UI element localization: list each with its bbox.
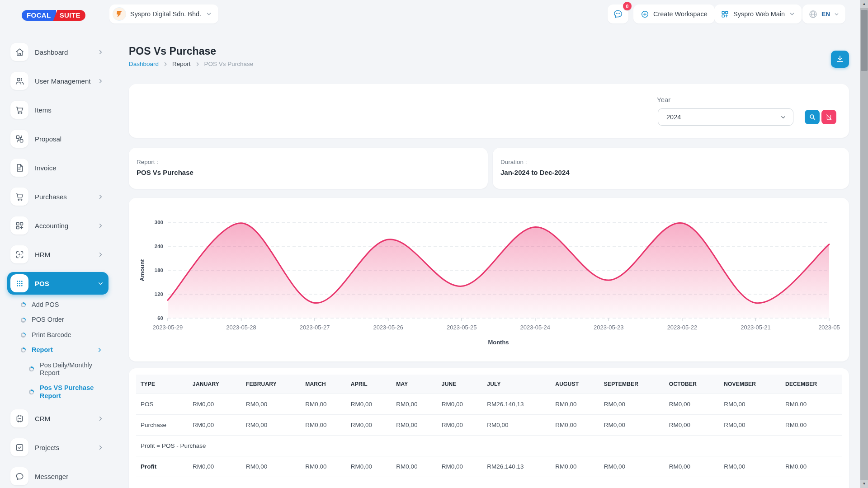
- report-label: Report :: [137, 159, 158, 165]
- sidebar-item-items[interactable]: Items: [7, 99, 108, 121]
- sidebar-item-messenger[interactable]: Messenger: [7, 465, 108, 488]
- table-column-header: OCTOBER: [665, 375, 719, 394]
- scrollbar-thumb[interactable]: [861, 10, 868, 71]
- amount-cell: RM0,00: [665, 394, 719, 415]
- swap-boxes-icon: [10, 130, 28, 148]
- amount-cell: RM0,00: [188, 415, 241, 436]
- chevron-right-icon: [97, 222, 104, 229]
- chevron-down-icon: [780, 114, 787, 121]
- breadcrumb-current: POS Vs Purchase: [204, 61, 254, 67]
- chat-icon: [613, 9, 623, 19]
- sidebar-item-label: Purchases: [35, 193, 97, 201]
- year-select[interactable]: 2024: [658, 108, 793, 126]
- table-column-header: JUNE: [437, 375, 483, 394]
- language-selector[interactable]: EN: [802, 5, 845, 23]
- logo-focal: FOCAL: [22, 10, 56, 21]
- sidebar-item-hrm[interactable]: HRM: [7, 243, 108, 266]
- scroll-up-button[interactable]: ▲: [860, 0, 868, 8]
- sidebar-item-label: Invoice: [35, 164, 104, 172]
- sidebar-item-label: Items: [35, 106, 104, 114]
- sidebar-subitem-pos-vs-purchase-report[interactable]: Pos VS Purchase Report: [29, 384, 103, 400]
- sidebar-item-user-management[interactable]: User Management: [7, 70, 108, 92]
- vertical-scrollbar[interactable]: ▲ ▼: [860, 0, 868, 488]
- page-title: POS Vs Purchase: [129, 45, 216, 57]
- download-icon: [835, 55, 844, 64]
- chevron-down-icon: [206, 11, 212, 17]
- users-icon: [10, 72, 28, 90]
- report-table-card: TYPEJANUARYFEBRUARYMARCHAPRILMAYJUNEJULY…: [129, 368, 849, 488]
- chevron-right-icon: [97, 251, 104, 258]
- svg-text:Amount: Amount: [139, 259, 146, 282]
- sidebar-subitem-pos-order[interactable]: POS Order: [21, 316, 103, 324]
- sidebar-item-invoice[interactable]: Invoice: [7, 156, 108, 179]
- sidebar-item-accounting[interactable]: Accounting: [7, 214, 108, 237]
- search-button[interactable]: [805, 110, 820, 124]
- amount-cell: RM0,00: [551, 415, 599, 436]
- search-icon: [809, 113, 816, 121]
- sidebar-item-label: Projects: [35, 444, 97, 451]
- table-column-header: MAY: [392, 375, 437, 394]
- amount-cell: RM0,00: [551, 456, 599, 477]
- sidebar-subitem-label: Pos Daily/Monthly Report: [40, 361, 103, 377]
- download-button[interactable]: [831, 51, 849, 68]
- invoice-icon: [10, 159, 28, 177]
- amount-cell: RM0,00: [437, 456, 483, 477]
- amount-cell: RM0,00: [301, 415, 346, 436]
- amount-cell: RM0,00: [665, 415, 719, 436]
- duration-label: Duration :: [500, 159, 527, 165]
- sidebar-item-proposal[interactable]: Proposal: [7, 127, 108, 150]
- company-selector[interactable]: Syspro Digital Sdn. Bhd.: [109, 5, 218, 23]
- scroll-down-button[interactable]: ▼: [860, 480, 868, 488]
- svg-text:2023-05-28: 2023-05-28: [226, 324, 256, 331]
- company-name: Syspro Digital Sdn. Bhd.: [130, 10, 201, 18]
- table-header: TYPEJANUARYFEBRUARYMARCHAPRILMAYJUNEJULY…: [136, 375, 842, 394]
- sidebar-item-purchases[interactable]: Purchases: [7, 185, 108, 208]
- cart-icon: [10, 188, 28, 206]
- amount-cell: RM0,00: [551, 394, 599, 415]
- sidebar-nav: DashboardUser ManagementItemsProposalInv…: [0, 29, 114, 488]
- sidebar-subitem-pos-daily-monthly-report[interactable]: Pos Daily/Monthly Report: [29, 361, 103, 377]
- sidebar-subitem-add-pos[interactable]: Add POS: [21, 301, 103, 309]
- svg-text:240: 240: [155, 244, 163, 249]
- svg-text:2023-05-23: 2023-05-23: [594, 324, 624, 331]
- amount-cell: RM0,00: [437, 415, 483, 436]
- amount-cell: RM0,00: [346, 394, 392, 415]
- sidebar-subitem-print-barcode[interactable]: Print Barcode: [21, 331, 103, 339]
- sidebar-item-pos[interactable]: POS: [7, 272, 108, 295]
- grid-plus-icon: [10, 216, 28, 235]
- message-bubble-icon: [10, 467, 28, 485]
- amount-cell: RM0,00: [719, 415, 781, 436]
- chat-button[interactable]: 0: [608, 5, 628, 23]
- sidebar-item-projects[interactable]: Projects: [7, 436, 108, 459]
- table-column-header: AUGUST: [551, 375, 599, 394]
- table-column-header: JANUARY: [188, 375, 241, 394]
- table-column-header: APRIL: [346, 375, 392, 394]
- duration-value: Jan-2024 to Dec-2024: [500, 169, 570, 176]
- sidebar-subitem-label: Add POS: [32, 301, 59, 309]
- chevron-down-icon: [97, 280, 104, 287]
- grid-plus-icon: [721, 10, 729, 19]
- svg-text:60: 60: [157, 315, 163, 321]
- row-type-cell: Purchase: [136, 415, 188, 436]
- workspace-selector-label: Syspro Web Main: [733, 10, 785, 18]
- sidebar-item-label: Accounting: [35, 222, 97, 230]
- amount-cell: RM0,00: [599, 456, 665, 477]
- workspace-selector[interactable]: Syspro Web Main: [714, 5, 802, 23]
- clear-file-icon: [826, 114, 832, 121]
- duration-info-card: Duration : Jan-2024 to Dec-2024: [493, 148, 849, 189]
- reset-button[interactable]: [821, 110, 836, 124]
- sidebar-item-crm[interactable]: CRM: [7, 407, 108, 430]
- sidebar-subitem-label: Report: [32, 346, 53, 354]
- breadcrumb: Dashboard Report POS Vs Purchase: [129, 61, 253, 67]
- amount-cell: RM0,00: [392, 415, 437, 436]
- breadcrumb-dashboard[interactable]: Dashboard: [129, 61, 159, 67]
- sidebar-item-dashboard[interactable]: Dashboard: [7, 41, 108, 63]
- table-row-purchase: PurchaseRM0,00RM0,00RM0,00RM0,00RM0,00RM…: [136, 415, 842, 436]
- pos-purchase-chart: 601201802403002023-05-292023-05-282023-0…: [133, 202, 843, 355]
- amount-cell: RM0,00: [599, 394, 665, 415]
- sidebar-subitem-report[interactable]: Report: [21, 346, 103, 354]
- svg-text:300: 300: [155, 220, 163, 225]
- create-workspace-button[interactable]: Create Workspace: [633, 5, 715, 23]
- breadcrumb-report[interactable]: Report: [172, 61, 191, 67]
- amount-cell: RM0,00: [719, 456, 781, 477]
